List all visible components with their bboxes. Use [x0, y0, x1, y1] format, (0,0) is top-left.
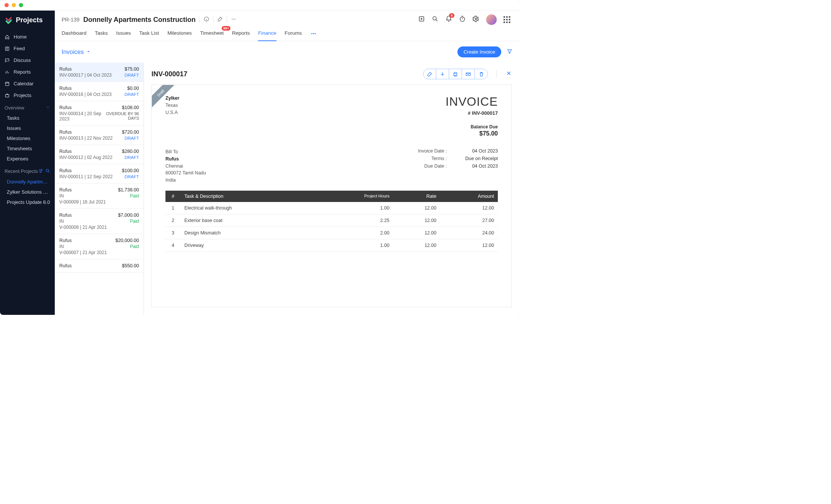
finance-subbar: Invoices Create Invoice	[55, 41, 519, 63]
sidebar-item-reports[interactable]: Reports	[0, 66, 55, 78]
search-icon[interactable]	[432, 15, 439, 24]
overview-label: Overview	[5, 105, 24, 111]
filter-icon[interactable]	[507, 48, 513, 56]
invoice-items-table: # Task & Description Project Hours Rate …	[165, 191, 498, 252]
sidebar-item-projects[interactable]: Projects	[0, 89, 55, 101]
recent-project-item[interactable]: Projects Update 8.0	[0, 197, 55, 207]
invoice-list-item[interactable]: Rufus$108.00INV-000014 | 20 Sep 2023OVER…	[55, 101, 144, 126]
invoice-list-item[interactable]: Rufus$1,738.00INPaidV-000009 | 16 Jul 20…	[55, 183, 144, 209]
sidebar-sub-issues[interactable]: Issues	[0, 123, 55, 133]
tabs-more-icon[interactable]	[310, 27, 317, 41]
invoice-detail-pane: INV-000017 Draft	[144, 63, 519, 315]
print-icon[interactable]	[449, 69, 462, 79]
invoice-amount: $100.00	[122, 168, 139, 173]
svg-point-13	[475, 18, 477, 20]
tab-forums[interactable]: Forums	[285, 27, 302, 41]
invoice-amount: $7,000.00	[118, 213, 139, 218]
tab-milestones[interactable]: Milestones	[167, 27, 192, 41]
table-row: 1Electrical walk-through1.0012.0012.00	[165, 202, 498, 214]
svg-point-16	[315, 33, 316, 34]
sidebar-item-label: Discuss	[14, 57, 31, 63]
settings-icon[interactable]	[473, 15, 479, 24]
sidebar-item-label: Reports	[14, 69, 31, 75]
edit-icon[interactable]	[423, 69, 436, 79]
invoice-list[interactable]: Rufus$75.00INV-000017 | 04 Oct 2023DRAFT…	[55, 63, 144, 315]
invoice-amount: $550.00	[122, 263, 139, 268]
pdf-icon[interactable]	[436, 69, 449, 79]
invoice-client: Rufus	[59, 129, 72, 135]
search-icon[interactable]	[45, 168, 50, 174]
sliders-icon[interactable]	[38, 168, 43, 174]
create-invoice-button[interactable]: Create Invoice	[457, 46, 501, 57]
invoice-actions	[423, 69, 488, 79]
brush-icon[interactable]	[217, 16, 223, 23]
close-icon[interactable]	[506, 70, 512, 78]
svg-point-8	[233, 18, 234, 19]
project-name: Donnelly Apartments Construction	[83, 16, 195, 24]
tab-issues[interactable]: Issues	[116, 27, 131, 41]
invoice-list-item[interactable]: Rufus$550.00	[55, 259, 144, 273]
sidebar-sub-tasks[interactable]: Tasks	[0, 113, 55, 123]
home-icon	[5, 34, 10, 40]
mail-icon[interactable]	[462, 69, 475, 79]
add-icon[interactable]	[418, 15, 425, 24]
invoices-dropdown[interactable]: Invoices	[62, 49, 91, 55]
info-icon[interactable]	[204, 16, 209, 23]
sidebar-overview-header[interactable]: Overview	[0, 101, 55, 113]
trash-icon[interactable]	[475, 69, 488, 79]
bell-icon[interactable]: 9	[445, 15, 452, 24]
window-minimize[interactable]	[12, 3, 16, 7]
tab-dashboard[interactable]: Dashboard	[62, 27, 86, 41]
svg-point-9	[235, 18, 235, 19]
sidebar-item-calendar[interactable]: Calendar	[0, 78, 55, 89]
more-icon[interactable]	[231, 16, 236, 23]
invoice-list-item[interactable]: Rufus$100.00INV-000011 | 12 Sep 2022DRAF…	[55, 164, 144, 183]
invoice-list-item[interactable]: Rufus$7,000.00INPaidV-000008 | 21 Apr 20…	[55, 209, 144, 234]
sidebar-sub-expenses[interactable]: Expenses	[0, 154, 55, 164]
invoice-list-item[interactable]: Rufus$75.00INV-000017 | 04 Oct 2023DRAFT	[55, 63, 144, 82]
svg-point-3	[42, 169, 42, 170]
sidebar-sub-timesheets[interactable]: Timesheets	[0, 143, 55, 154]
tab-reports[interactable]: Reports	[232, 27, 250, 41]
meta-value: 04 Oct 2023	[462, 148, 498, 154]
invoice-list-item[interactable]: Rufus$0.00INV-000016 | 04 Oct 2023DRAFT	[55, 82, 144, 101]
reports-icon	[5, 69, 10, 75]
invoice-amount: $0.00	[127, 86, 139, 91]
sidebar-item-discuss[interactable]: Discuss	[0, 54, 55, 66]
invoice-status: DRAFT	[125, 73, 139, 77]
invoice-client: Rufus	[59, 149, 72, 154]
tab-tasks[interactable]: Tasks	[95, 27, 108, 41]
sidebar-item-feed[interactable]: Feed	[0, 43, 55, 54]
invoice-client: Rufus	[59, 168, 72, 173]
apps-grid-icon[interactable]	[504, 16, 510, 23]
tab-task-list[interactable]: Task List	[139, 27, 159, 41]
avatar[interactable]	[486, 14, 497, 25]
calendar-icon	[5, 81, 10, 86]
table-row: 2Exterior base coat2.2512.0027.00	[165, 214, 498, 227]
invoice-amount: $75.00	[125, 66, 139, 72]
invoice-title: INVOICE	[445, 95, 498, 109]
invoice-list-item[interactable]: Rufus$20,000.00INPaidV-000007 | 21 Apr 2…	[55, 234, 144, 259]
invoice-status: Paid	[130, 219, 139, 224]
tab-timesheet[interactable]: Timesheet99+	[200, 27, 224, 41]
invoice-list-item[interactable]: Rufus$280.00INV-000012 | 02 Aug 2022DRAF…	[55, 145, 144, 164]
invoice-status: DRAFT	[125, 92, 139, 97]
bill-to-block: Bill To Rufus Chennai 600072 Tamil Nadu …	[165, 148, 206, 184]
stopwatch-icon[interactable]	[459, 15, 466, 24]
from-address: Zylker Texas U.S.A	[165, 95, 179, 137]
invoice-amount: $108.00	[122, 105, 139, 110]
invoice-client: Rufus	[59, 187, 72, 193]
window-maximize[interactable]	[19, 3, 23, 7]
recent-project-item[interactable]: Donnelly Apartments Const	[0, 177, 55, 187]
window-close[interactable]	[5, 3, 9, 7]
svg-point-5	[46, 169, 49, 172]
tab-finance[interactable]: Finance	[258, 27, 276, 41]
recent-project-item[interactable]: Zylker Solutions and Constr	[0, 187, 55, 197]
sidebar-sub-milestones[interactable]: Milestones	[0, 133, 55, 143]
svg-point-15	[313, 33, 314, 34]
invoice-client: Rufus	[59, 238, 72, 243]
invoice-list-item[interactable]: Rufus$720.00INV-000013 | 22 Nov 2022DRAF…	[55, 126, 144, 145]
sidebar-item-home[interactable]: Home	[0, 31, 55, 43]
invoice-amount: $720.00	[122, 129, 139, 135]
invoice-meta: INV-000017 | 04 Oct 2023	[59, 72, 112, 78]
